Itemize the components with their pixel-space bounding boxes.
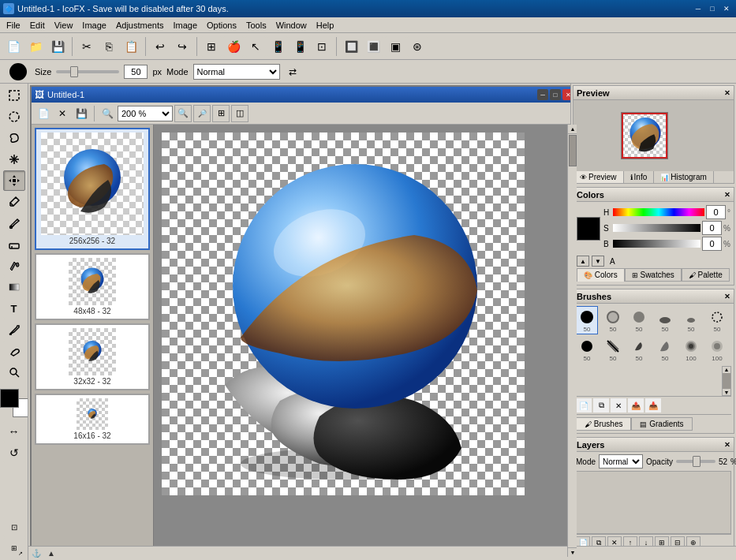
doc-maximize-button[interactable]: □ (550, 89, 561, 100)
doc-minimize-button[interactable]: ─ (537, 89, 548, 100)
brush-cell-10[interactable]: 50 (654, 335, 676, 364)
device2-button[interactable]: 📱 (290, 36, 310, 57)
zoom-fit-icon[interactable]: 🔍 (99, 105, 116, 122)
size-input[interactable] (124, 65, 148, 79)
menu-image[interactable]: Image (77, 19, 111, 32)
open-button[interactable]: 📁 (25, 36, 46, 57)
close-button[interactable]: ✕ (720, 3, 733, 14)
h-value[interactable] (706, 205, 726, 219)
brush-cell-11[interactable]: 100 (680, 335, 702, 364)
icon3-button[interactable]: ▣ (385, 36, 405, 57)
tool-lasso[interactable] (3, 128, 25, 148)
brush-cell-8[interactable]: 50 (602, 335, 624, 364)
layers-panel-header[interactable]: Layers ✕ (573, 438, 734, 452)
redo-button[interactable]: ↪ (172, 36, 192, 57)
color-tab-palette[interactable]: 🖌 Palette (682, 268, 730, 282)
brush-cell-12[interactable]: 100 (706, 335, 728, 364)
icon1-button[interactable]: 🔲 (341, 36, 361, 57)
tool-zoom[interactable] (3, 362, 25, 383)
brush-cell-4[interactable]: 50 (654, 306, 676, 334)
scroll-down-button[interactable]: ▼ (568, 547, 577, 557)
ruler-button[interactable]: ◫ (231, 105, 248, 122)
tool-bottom1[interactable]: ⊡ (3, 517, 25, 537)
main-canvas-area[interactable] (154, 125, 567, 557)
maximize-button[interactable]: □ (706, 3, 719, 14)
tool-eraser[interactable] (3, 234, 25, 255)
layers-opacity-slider[interactable] (676, 460, 715, 463)
color-mini-btn2[interactable]: ▼ (592, 256, 604, 267)
brush-cell-9[interactable]: 50 (628, 335, 650, 364)
menu-adjustments[interactable]: Adjustments (111, 19, 169, 32)
brush-tool-import[interactable]: 📥 (645, 398, 661, 413)
icon-item-32[interactable]: 32x32 - 32 (35, 323, 150, 390)
menu-options[interactable]: Options (202, 19, 241, 32)
tool-text[interactable]: T (3, 298, 25, 319)
tool-marquee-rect[interactable] (3, 85, 25, 106)
undo-button[interactable]: ↩ (150, 36, 170, 57)
save-button[interactable]: 💾 (47, 36, 68, 57)
menu-view[interactable]: View (50, 19, 78, 32)
s-value[interactable] (702, 221, 722, 235)
tool-magic-wand[interactable] (3, 149, 25, 170)
brushes-scroll-down[interactable]: ▼ (724, 390, 730, 395)
doc-save-icon[interactable]: 💾 (73, 105, 90, 122)
cut-button[interactable]: ✂ (77, 36, 97, 57)
tool-move[interactable] (3, 170, 25, 191)
size-slider[interactable] (56, 70, 119, 73)
brush-cell-2[interactable]: 50 (602, 306, 624, 334)
brush-tool-export[interactable]: 📤 (628, 398, 644, 413)
layers-close-icon[interactable]: ✕ (724, 441, 730, 449)
brush-panel-tab-brushes[interactable]: 🖌 Brushes (576, 417, 631, 431)
layers-mode-select[interactable]: Normal Multiply Screen (599, 454, 643, 469)
icon2-button[interactable]: 🔳 (363, 36, 383, 57)
paste-button[interactable]: 📋 (121, 36, 141, 57)
fg-color-box[interactable] (0, 389, 19, 408)
scroll-thumb[interactable] (569, 135, 577, 166)
tool-flip[interactable]: ↔ (3, 421, 25, 442)
icon-item-48[interactable]: 48x48 - 32 (35, 253, 150, 320)
preview-tab-histogram[interactable]: 📊 Histogram (654, 171, 714, 183)
tool-eyedropper[interactable] (3, 192, 25, 212)
sync-icon[interactable]: ⇄ (285, 64, 301, 80)
colors-panel-header[interactable]: Colors ✕ (573, 188, 734, 202)
fg-bg-colors[interactable] (0, 389, 28, 417)
doc-close-icon[interactable]: ✕ (54, 105, 71, 122)
b-value[interactable] (702, 237, 722, 251)
colors-close-icon[interactable]: ✕ (724, 191, 730, 199)
color-swatch-main[interactable] (577, 217, 600, 241)
view2-button[interactable]: 🍎 (223, 36, 244, 57)
brushes-scroll-thumb[interactable] (723, 373, 730, 389)
brush-panel-tab-gradients[interactable]: ▤ Gradients (631, 417, 692, 431)
tool-brush[interactable] (3, 213, 25, 233)
preview-tab-preview[interactable]: 👁 Preview (573, 171, 624, 183)
zoom-in-button[interactable]: 🔍 (174, 105, 192, 122)
brush-cell-1[interactable]: 50 (576, 306, 598, 334)
zoom-select[interactable]: 200 % 100 % 150 % 300 % 400 % (118, 106, 173, 121)
brush-cell-7[interactable]: 50 (576, 335, 598, 364)
preview-tab-info[interactable]: ℹ Info (624, 171, 655, 183)
device1-button[interactable]: 📱 (267, 36, 288, 57)
copy-button[interactable]: ⎘ (99, 36, 119, 57)
color-tab-colors[interactable]: 🎨 Colors (577, 268, 625, 282)
tool-marquee-ellipse[interactable] (3, 106, 25, 127)
brushes-close-icon[interactable]: ✕ (724, 293, 730, 301)
brush-cell-5[interactable]: 50 (680, 306, 702, 334)
brush-cell-3[interactable]: 50 (628, 306, 650, 334)
brush-tool-new[interactable]: 📄 (576, 398, 592, 413)
brushes-panel-header[interactable]: Brushes ✕ (573, 289, 734, 304)
grid-button[interactable]: ⊞ (212, 105, 230, 122)
menu-image2[interactable]: Image (168, 19, 202, 32)
preview-panel-header[interactable]: Preview ✕ (573, 86, 734, 100)
tool-pen[interactable] (3, 319, 25, 340)
brushes-scroll-up[interactable]: ▲ (724, 367, 730, 372)
menu-edit[interactable]: Edit (25, 19, 50, 32)
tool-smudge[interactable] (3, 341, 25, 361)
scroll-up-button[interactable]: ▲ (568, 125, 577, 134)
icon-item-16[interactable]: 16x16 - 32 (35, 394, 150, 445)
cursor-button[interactable]: ↖ (245, 36, 266, 57)
doc-new-icon[interactable]: 📄 (35, 105, 52, 122)
view1-button[interactable]: ⊞ (201, 36, 222, 57)
icon-item-256[interactable]: 256x256 - 32 (35, 128, 150, 250)
icon4-button[interactable]: ⊛ (407, 36, 428, 57)
capture-button[interactable]: ⊡ (312, 36, 332, 57)
